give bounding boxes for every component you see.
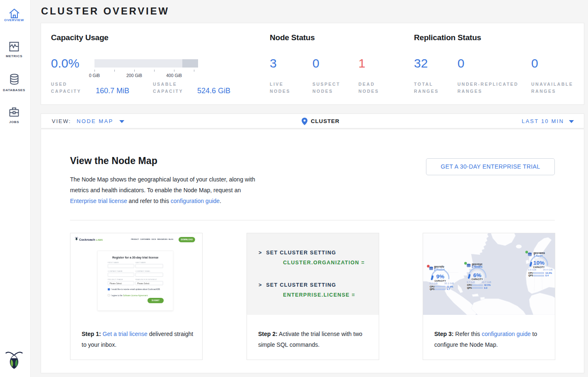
svg-text:CAPACITY: CAPACITY bbox=[435, 280, 446, 282]
svg-text:QPS: QPS bbox=[430, 288, 435, 290]
svg-text:3.6 GiB: 3.6 GiB bbox=[528, 268, 536, 271]
svg-text:34.4 GiB: 34.4 GiB bbox=[543, 268, 552, 271]
svg-text:3.2 GiB: 3.2 GiB bbox=[429, 282, 438, 285]
svg-text:9%: 9% bbox=[436, 273, 445, 280]
svg-text:0.0: 0.0 bbox=[484, 287, 487, 289]
svg-text:QPS: QPS bbox=[467, 287, 472, 289]
svg-text:43.7 GiB: 43.7 GiB bbox=[482, 281, 491, 283]
svg-text:3.7 GiB: 3.7 GiB bbox=[467, 281, 475, 283]
svg-text:13.3%: 13.3% bbox=[545, 272, 552, 274]
svg-text:CPU: CPU bbox=[430, 285, 435, 288]
svg-text:0.4: 0.4 bbox=[545, 274, 549, 277]
svg-text:QPS: QPS bbox=[528, 274, 533, 277]
svg-text:CAPACITY: CAPACITY bbox=[472, 278, 483, 280]
svg-text:CPU: CPU bbox=[467, 284, 472, 286]
svg-text:10%: 10% bbox=[533, 260, 544, 266]
svg-text:42.5%: 42.5% bbox=[484, 284, 491, 286]
svg-text:6%: 6% bbox=[473, 272, 482, 278]
svg-text:35.1 GiB: 35.1 GiB bbox=[444, 282, 454, 285]
svg-text:4.7: 4.7 bbox=[447, 288, 450, 290]
svg-text:11.0%: 11.0% bbox=[447, 285, 453, 288]
svg-text:CPU: CPU bbox=[528, 272, 533, 274]
svg-text:CAPACITY: CAPACITY bbox=[533, 266, 545, 268]
